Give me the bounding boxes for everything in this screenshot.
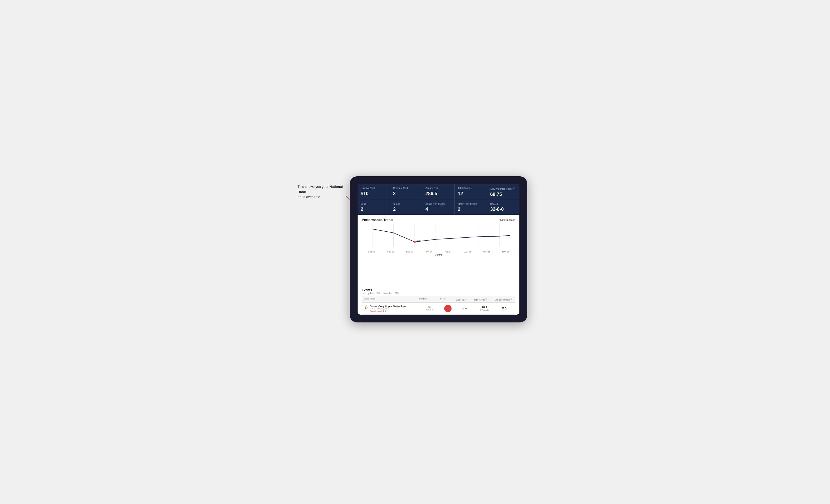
events-table-header: Event Name Position Score Event SG ⓘ Tot… [362,296,515,303]
event-name-title: Buster Cozy Cup – Stroke Play [370,305,406,308]
stat-top3s: Top 3s 2 [390,200,422,215]
stat-stroke-play-value: 4 [425,207,451,212]
score-cell: -22 [440,305,456,312]
stat-record: Record 32-8-0 [487,200,519,215]
stat-total-rounds-label: Total Rounds [458,187,484,190]
stat-match-play: Match Play Events 2 [455,200,487,215]
annotation-after: trend over time [297,195,320,199]
stat-total-rounds-value: 12 [458,191,484,196]
stat-wins-value: 2 [361,207,387,212]
chart-month-nov23: NOV 23 [381,251,401,253]
stat-national-rank-label: National Rank [361,187,387,190]
stat-scoring-avg: Scoring Avg. 286.5 [422,184,455,200]
stat-wins-label: Wins [361,203,387,206]
event-name-info: Buster Cozy Cup – Stroke Play Oct 9 – Oc… [370,305,406,312]
stat-regional-rank-label: Regional Rank [393,187,419,190]
stat-avg-weighted-label: Avg. Weighted Points ⓘ [490,187,516,191]
chart-month-apr24: APR 24 [477,251,496,253]
event-sg-cell: 0.45 [456,307,474,310]
scene: This shows you your National Rank trend … [297,176,533,328]
score-badge: -22 [444,305,451,312]
event-name-cell: 🏌 Buster Cozy Cup – Stroke Play Oct 9 – … [364,305,419,312]
tablet-screen: National Rank #10 Regional Rank 2 Scorin… [358,184,519,314]
chart-xlabel: Months [362,254,515,256]
stat-national-rank: National Rank #10 [358,184,390,200]
col-event-name: Event Name [364,298,419,301]
chart-area: #10 [362,224,515,250]
events-section: Events Last updated: 24th November 2023 … [358,286,519,314]
info-icon-weighted-points: ⓘ [511,298,512,300]
annotation-before: This shows you your [297,185,329,189]
stat-wins: Wins 2 [358,200,390,215]
weighted-points-cell: 28.3 [495,307,513,310]
stat-record-value: 32-8-0 [490,207,516,212]
event-rank-impact: Rank Impact: 3 ▼ [370,310,406,312]
stat-top3s-label: Top 3s [393,203,419,206]
chart-month-jan24: JAN 24 [419,251,439,253]
svg-point-10 [414,241,416,243]
chart-month-mar24: MAR 24 [458,251,477,253]
col-weighted-points: Weighted Points ⓘ [495,298,513,301]
chart-title: Performance Trend [362,218,393,222]
chart-svg: #10 [362,224,515,250]
col-event-sg: Event SG ⓘ [456,298,474,301]
stats-row-1: National Rank #10 Regional Rank 2 Scorin… [358,184,519,200]
chart-header: Performance Trend National Rank [362,218,515,222]
info-icon-avg-weighted: ⓘ [513,187,515,189]
stat-total-rounds: Total Rounds 12 [455,184,487,200]
tablet-device: National Rank #10 Regional Rank 2 Scorin… [350,176,527,323]
position-cell: 6th out of 7 [419,306,440,311]
stat-avg-weighted-value: 68.75 [490,192,516,197]
chart-month-dec23: DEC 23 [400,251,419,253]
event-date: Oct 9 – Oct 10, 2023 [370,308,406,310]
stat-regional-rank: Regional Rank 2 [390,184,422,200]
total-points-cell: 28.3 3 Rounds [474,306,495,311]
stat-avg-weighted: Avg. Weighted Points ⓘ 68.75 [487,184,519,200]
info-icon-total-points: ⓘ [485,298,487,300]
chart-month-may24: MAY 24 [496,251,515,253]
golf-icon: 🏌 [364,305,368,309]
chart-month-oct23: OCT 23 [362,251,381,253]
info-icon-event-sg: ⓘ [465,298,467,300]
stat-scoring-avg-value: 286.5 [425,191,451,196]
col-total-points: Total Points ⓘ [474,298,495,301]
col-score: Score [440,298,456,301]
stats-row-2: Wins 2 Top 3s 2 Stroke Play Events 4 Mat… [358,200,519,215]
chart-month-feb24: FEB 24 [439,251,458,253]
chart-months: OCT 23 NOV 23 DEC 23 JAN 24 FEB 24 MAR 2… [362,250,515,253]
chart-section: Performance Trend National Rank [358,215,519,286]
stat-scoring-avg-label: Scoring Avg. [425,187,451,190]
events-last-updated: Last updated: 24th November 2023 [362,292,515,295]
stat-match-play-label: Match Play Events [458,203,484,206]
chart-subtitle: National Rank [499,219,515,221]
table-row: 🏌 Buster Cozy Cup – Stroke Play Oct 9 – … [362,303,515,314]
events-title: Events [362,288,515,292]
stat-regional-rank-value: 2 [393,191,419,196]
stat-match-play-value: 2 [458,207,484,212]
stat-stroke-play-label: Stroke Play Events [425,203,451,206]
stat-national-rank-value: #10 [361,191,387,196]
rank-impact-arrow: ▼ [384,310,387,312]
stat-record-label: Record [490,203,516,206]
stat-top3s-value: 2 [393,207,419,212]
annotation-text: This shows you your National Rank trend … [297,184,350,200]
svg-text:#10: #10 [417,239,421,242]
stat-stroke-play: Stroke Play Events 4 [422,200,455,215]
col-position: Position [419,298,440,301]
